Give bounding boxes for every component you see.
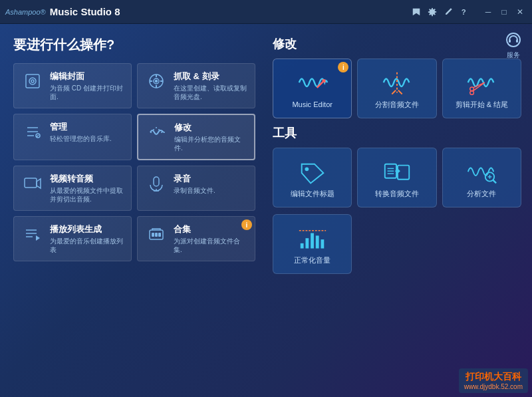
menu-item-video[interactable]: 视频转音频 从最爱的视频文件中提取并剪切出音频. (13, 166, 132, 211)
video-desc: 从最爱的视频文件中提取并剪切出音频. (50, 186, 124, 203)
playlist-text: 播放列表生成 为最爱的音乐创建播放列表 (50, 223, 124, 254)
menu-item-record[interactable]: 录音 录制音频文件. (137, 166, 255, 211)
menu-item-modify[interactable]: 修改 编辑并分析您的音频文件. (137, 114, 255, 160)
menu-grid: 编辑封面 为音频 CD 创建并打印封面. 抓取 & 刻录 在这里创建、读取或 (13, 63, 255, 261)
tool-analyze[interactable]: 分析文件 (442, 148, 521, 207)
brand-logo: Ashampoo® (5, 8, 46, 16)
svg-marker-18 (36, 235, 40, 241)
menu-item-collection[interactable]: i 合集 为派对创建音频文件合集. (137, 216, 255, 261)
svg-rect-12 (154, 177, 159, 186)
collection-title: 合集 (174, 223, 248, 235)
main-content: 服务 要进行什么操作? 编辑封面 为音频 CD 创建并打印封面. (0, 24, 532, 397)
tools-section-title: 工具 (273, 125, 521, 141)
manage-desc: 轻松管理您的音乐库. (50, 134, 124, 143)
playlist-desc: 为最爱的音乐创建播放列表 (50, 237, 124, 254)
music-editor-icon (297, 69, 329, 96)
split-icon (381, 69, 413, 96)
help-icon[interactable]: ? (458, 5, 471, 19)
maximize-button[interactable]: □ (497, 5, 511, 19)
playlist-title: 播放列表生成 (50, 223, 124, 235)
svg-point-5 (29, 78, 36, 84)
cover-title: 编辑封面 (50, 70, 124, 82)
close-button[interactable]: ✕ (513, 5, 527, 19)
music-editor-badge: i (338, 62, 348, 72)
video-title: 视频转音频 (50, 173, 124, 185)
svg-point-6 (31, 80, 34, 82)
settings-icon[interactable] (426, 5, 439, 19)
edit-tags-icon (297, 158, 329, 185)
minimize-button[interactable]: ─ (481, 5, 495, 19)
edit-tags-label: 编辑文件标题 (291, 189, 334, 198)
tool-music-editor[interactable]: i Music Editor (273, 59, 352, 118)
menu-item-playlist[interactable]: 播放列表生成 为最爱的音乐创建播放列表 (13, 216, 132, 261)
tools-grid: 编辑文件标题 转换音频文件 (273, 148, 521, 207)
collection-desc: 为派对创建音频文件合集. (174, 237, 248, 254)
rip-title: 抓取 & 刻录 (174, 70, 248, 82)
svg-point-9 (156, 80, 158, 82)
record-text: 录音 录制音频文件. (174, 173, 248, 195)
normalize-label: 正常化音量 (294, 255, 331, 265)
svg-rect-2 (509, 39, 511, 43)
menu-item-rip[interactable]: 抓取 & 刻录 在这里创建、读取或复制音频光盘. (137, 63, 255, 108)
modify-title: 修改 (174, 122, 247, 134)
record-desc: 录制音频文件. (174, 186, 248, 195)
rip-text: 抓取 & 刻录 在这里创建、读取或复制音频光盘. (174, 70, 248, 101)
tool-trim[interactable]: 剪辑开始 & 结尾 (442, 59, 521, 118)
watermark: 打印机大百科 www.djydbk.52.com (459, 368, 528, 393)
analyze-icon (466, 158, 497, 185)
music-editor-label: Music Editor (292, 100, 332, 109)
watermark-line2: www.djydbk.52.com (464, 383, 523, 390)
svg-point-25 (470, 90, 474, 94)
manage-text: 管理 轻松管理您的音乐库. (50, 121, 124, 143)
record-icon (146, 173, 167, 194)
cover-text: 编辑封面 为音频 CD 创建并打印封面. (50, 70, 124, 101)
modify-desc: 编辑并分析您的音频文件. (174, 135, 247, 152)
cover-icon (22, 70, 43, 92)
svg-rect-28 (398, 165, 409, 179)
modify-text: 修改 编辑并分析您的音频文件. (174, 122, 247, 152)
svg-rect-36 (300, 243, 303, 249)
video-icon (22, 173, 43, 194)
convert-icon (381, 158, 413, 185)
collection-text: 合集 为派对创建音频文件合集. (174, 223, 248, 254)
trim-icon (466, 69, 497, 96)
svg-rect-3 (516, 39, 518, 43)
rip-icon (146, 70, 167, 92)
tool-convert[interactable]: 转换音频文件 (357, 148, 436, 207)
tool-normalize[interactable]: 正常化音量 (273, 214, 352, 274)
bookmark-icon[interactable] (410, 5, 423, 19)
normalize-icon (297, 225, 329, 251)
right-panel: 修改 i Music Editor (266, 24, 532, 397)
svg-rect-39 (315, 235, 319, 248)
menu-item-cover[interactable]: 编辑封面 为音频 CD 创建并打印封面. (13, 63, 132, 108)
svg-line-33 (493, 180, 497, 183)
svg-rect-4 (26, 74, 39, 88)
video-text: 视频转音频 从最爱的视频文件中提取并剪切出音频. (50, 173, 124, 203)
svg-rect-37 (305, 238, 309, 248)
edit-icon[interactable] (442, 5, 455, 19)
playlist-icon (22, 223, 43, 245)
tool-split[interactable]: 分割音频文件 (357, 59, 436, 118)
svg-point-26 (305, 167, 309, 171)
cover-desc: 为音频 CD 创建并打印封面. (50, 84, 124, 101)
svg-rect-38 (311, 233, 314, 248)
title-bar-left: Ashampoo® Music Studio 8 (5, 6, 120, 17)
svg-rect-40 (321, 239, 324, 248)
app-title: Music Studio 8 (50, 6, 120, 17)
modify-section-title: 修改 (273, 36, 521, 52)
trim-label: 剪辑开始 & 结尾 (456, 100, 508, 109)
record-title: 录音 (174, 173, 248, 185)
service-button[interactable]: 服务 (504, 31, 523, 60)
manage-icon (22, 121, 43, 142)
manage-title: 管理 (50, 121, 124, 133)
modify-tools-grid: i Music Editor 分割 (273, 59, 521, 118)
menu-item-manage[interactable]: 管理 轻松管理您的音乐库. (13, 114, 132, 160)
window-controls: ? ─ □ ✕ (410, 5, 527, 19)
title-bar: Ashampoo® Music Studio 8 ? (0, 0, 532, 24)
modify-icon (146, 122, 168, 143)
svg-rect-22 (158, 233, 161, 237)
svg-rect-20 (152, 233, 154, 237)
svg-text:?: ? (462, 8, 466, 16)
tool-edit-tags[interactable]: 编辑文件标题 (273, 148, 352, 207)
collection-badge: i (241, 219, 252, 230)
